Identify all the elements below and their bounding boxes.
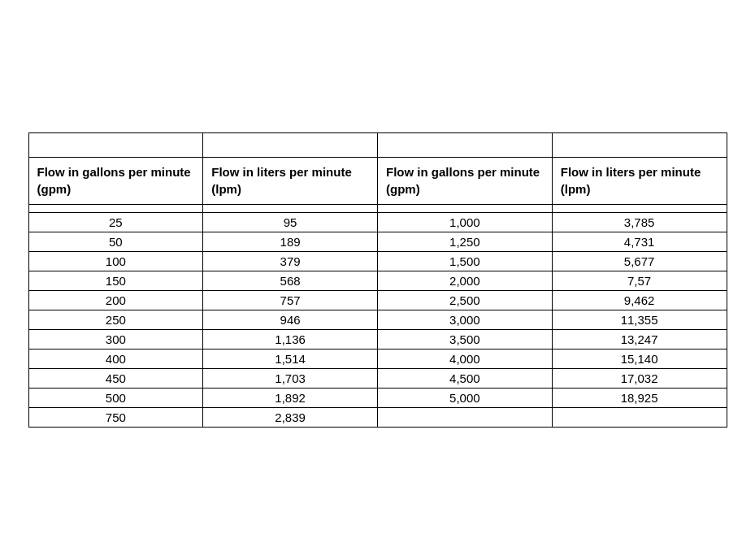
cell-r10-c1: 2,839 [203, 407, 378, 427]
table-row: 4001,5144,00015,140 [28, 349, 727, 368]
table-row: 501891,2504,731 [28, 232, 727, 251]
cell-r9-c3: 18,925 [552, 388, 727, 407]
col4-header: Flow in liters per minute (lpm) [552, 158, 727, 205]
cell-r5-c0: 250 [28, 310, 203, 329]
spacer-2 [203, 204, 378, 212]
cell-r7-c1: 1,514 [203, 349, 378, 368]
cell-r2-c0: 100 [28, 251, 203, 271]
cell-r10-c3 [552, 407, 727, 427]
header-spacer-3 [378, 133, 553, 158]
col2-header: Flow in liters per minute (lpm) [203, 158, 378, 205]
cell-r7-c3: 15,140 [552, 349, 727, 368]
cell-r9-c2: 5,000 [378, 388, 553, 407]
cell-r3-c2: 2,000 [378, 271, 553, 290]
spacer-1 [28, 204, 203, 212]
cell-r3-c1: 568 [203, 271, 378, 290]
cell-r5-c3: 11,355 [552, 310, 727, 329]
table-row: 3001,1363,50013,247 [28, 329, 727, 349]
table-row: 2007572,5009,462 [28, 290, 727, 310]
cell-r0-c3: 3,785 [552, 212, 727, 232]
col1-header: Flow in gallons per minute (gpm) [28, 158, 203, 205]
cell-r7-c2: 4,000 [378, 349, 553, 368]
column-header-row: Flow in gallons per minute (gpm) Flow in… [28, 158, 727, 205]
cell-r2-c2: 1,500 [378, 251, 553, 271]
conversion-table: Flow in gallons per minute (gpm) Flow in… [28, 132, 727, 428]
cell-r4-c2: 2,500 [378, 290, 553, 310]
header-spacer-4 [552, 133, 727, 158]
table-row: 25951,0003,785 [28, 212, 727, 232]
cell-r10-c2 [378, 407, 553, 427]
cell-r1-c3: 4,731 [552, 232, 727, 251]
table-row: 4501,7034,50017,032 [28, 368, 727, 388]
cell-r5-c2: 3,000 [378, 310, 553, 329]
cell-r9-c1: 1,892 [203, 388, 378, 407]
spacer-4 [552, 204, 727, 212]
top-spacer-row [28, 133, 727, 158]
cell-r6-c3: 13,247 [552, 329, 727, 349]
cell-r8-c1: 1,703 [203, 368, 378, 388]
table-row: 2509463,00011,355 [28, 310, 727, 329]
col3-header: Flow in gallons per minute (gpm) [378, 158, 553, 205]
cell-r10-c0: 750 [28, 407, 203, 427]
cell-r2-c1: 379 [203, 251, 378, 271]
table-container: Flow in gallons per minute (gpm) Flow in… [0, 116, 755, 444]
cell-r5-c1: 946 [203, 310, 378, 329]
table-row: 7502,839 [28, 407, 727, 427]
cell-r0-c1: 95 [203, 212, 378, 232]
cell-r6-c2: 3,500 [378, 329, 553, 349]
cell-r8-c2: 4,500 [378, 368, 553, 388]
cell-r1-c0: 50 [28, 232, 203, 251]
table-row: 1505682,0007,57 [28, 271, 727, 290]
cell-r0-c2: 1,000 [378, 212, 553, 232]
cell-r4-c1: 757 [203, 290, 378, 310]
spacer-3 [378, 204, 553, 212]
spacer-row [28, 204, 727, 212]
table-row: 1003791,5005,677 [28, 251, 727, 271]
cell-r1-c2: 1,250 [378, 232, 553, 251]
header-spacer-1 [28, 133, 203, 158]
cell-r2-c3: 5,677 [552, 251, 727, 271]
cell-r0-c0: 25 [28, 212, 203, 232]
cell-r6-c1: 1,136 [203, 329, 378, 349]
cell-r8-c3: 17,032 [552, 368, 727, 388]
cell-r3-c3: 7,57 [552, 271, 727, 290]
cell-r7-c0: 400 [28, 349, 203, 368]
cell-r1-c1: 189 [203, 232, 378, 251]
cell-r3-c0: 150 [28, 271, 203, 290]
cell-r4-c0: 200 [28, 290, 203, 310]
cell-r4-c3: 9,462 [552, 290, 727, 310]
header-spacer-2 [203, 133, 378, 158]
cell-r9-c0: 500 [28, 388, 203, 407]
cell-r8-c0: 450 [28, 368, 203, 388]
cell-r6-c0: 300 [28, 329, 203, 349]
table-row: 5001,8925,00018,925 [28, 388, 727, 407]
